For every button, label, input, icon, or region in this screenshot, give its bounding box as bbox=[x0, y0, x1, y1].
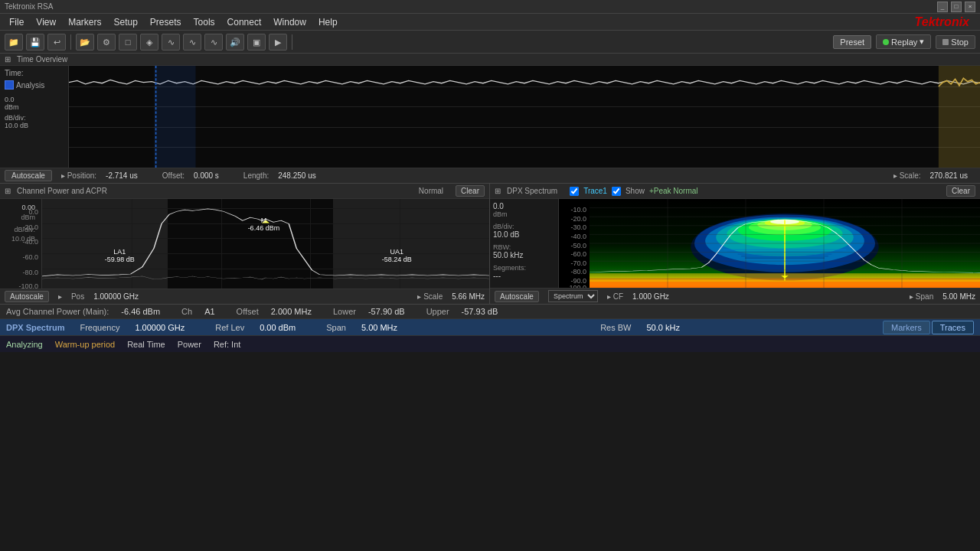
autoscale-overview-button[interactable]: Autoscale bbox=[5, 170, 52, 181]
ch-label: Ch bbox=[181, 307, 192, 316]
close-button[interactable]: × bbox=[965, 2, 975, 12]
stop-button[interactable]: Stop bbox=[936, 35, 975, 49]
right-cf-label: ▸ CF bbox=[607, 292, 623, 301]
res-bw-value: 50.0 kHz bbox=[647, 323, 680, 332]
analysis-label: Analysis bbox=[5, 80, 64, 90]
replay-chevron-icon: ▾ bbox=[920, 37, 924, 47]
dbdiv-value: 10.0 dB bbox=[5, 122, 64, 129]
y-label-20: -20.0 bbox=[22, 223, 38, 231]
lower-value: -57.90 dB bbox=[368, 307, 405, 316]
toolbar-marker-icon[interactable]: ◈ bbox=[140, 34, 158, 51]
dpx-spectrum-svg bbox=[590, 199, 980, 288]
left-chart[interactable]: LA1 -59.98 dB M -6.46 dBm UA1 -58.24 dB bbox=[42, 199, 489, 289]
menu-file[interactable]: File bbox=[3, 15, 30, 29]
status-bar: DPX Spectrum Frequency 1.00000 GHz Ref L… bbox=[0, 318, 980, 335]
show-checkbox[interactable] bbox=[612, 187, 621, 196]
autoscale-right-button[interactable]: Autoscale bbox=[495, 291, 539, 302]
right-config: 0.0 dBm dB/div: 10.0 dB RBW: 50.0 kHz Se… bbox=[490, 199, 559, 288]
menu-setup[interactable]: Setup bbox=[107, 15, 143, 29]
toolbar-open-icon[interactable]: 📂 bbox=[76, 34, 94, 51]
toolbar-box-icon[interactable]: ▣ bbox=[247, 34, 266, 51]
menu-window[interactable]: Window bbox=[267, 15, 312, 29]
replay-button[interactable]: Replay ▾ bbox=[876, 34, 931, 49]
right-span-value: 5.00 MHz bbox=[942, 292, 975, 301]
left-scale-value: 5.66 MHz bbox=[452, 292, 485, 301]
menu-connect[interactable]: Connect bbox=[221, 15, 268, 29]
offset-label: Offset: bbox=[162, 171, 185, 180]
bottom-panels: ⊞ Channel Power and ACPR Normal Clear 0.… bbox=[0, 184, 980, 304]
left-pos-indicator: ▸ bbox=[58, 292, 62, 301]
scale-value: 270.821 us bbox=[930, 171, 969, 180]
y-label-80: -80.0 bbox=[22, 269, 38, 276]
preset-button[interactable]: Preset bbox=[833, 35, 871, 49]
svg-rect-2 bbox=[154, 66, 195, 168]
menu-presets[interactable]: Presets bbox=[144, 15, 188, 29]
minimize-button[interactable]: _ bbox=[937, 2, 948, 12]
freq-value: 1.00000 GHz bbox=[135, 323, 185, 332]
menu-tools[interactable]: Tools bbox=[188, 15, 221, 29]
ref-lev-label: Ref Lev bbox=[215, 323, 244, 332]
right-panel-clear-button[interactable]: Clear bbox=[946, 185, 975, 197]
maximize-button[interactable]: □ bbox=[951, 2, 962, 12]
db-ref: 0.0 bbox=[5, 96, 64, 103]
left-panel-bottom: Autoscale ▸ Pos 1.00000 GHz ▸ Scale 5.66… bbox=[0, 289, 489, 304]
toolbar-undo-icon[interactable]: ↩ bbox=[47, 34, 66, 51]
toolbar-save-icon[interactable]: 💾 bbox=[26, 34, 44, 51]
overview-title: Time Overview bbox=[17, 55, 67, 64]
menu-bar: File View Markers Setup Presets Tools Co… bbox=[0, 14, 980, 31]
y-label-40: -40.0 bbox=[22, 238, 38, 246]
avg-power-label: Avg Channel Power (Main): bbox=[6, 307, 109, 316]
dbdiv-label: dB/div: bbox=[5, 114, 64, 122]
menu-markers[interactable]: Markers bbox=[62, 15, 107, 29]
right-y-axis: -10.0 -20.0 -30.0 -40.0 -50.0 -60.0 -70.… bbox=[559, 199, 590, 288]
tektronix-logo: Tektronix bbox=[915, 15, 977, 29]
power-label: Power bbox=[178, 340, 201, 349]
cfg-db-ref: 0.0 dBm bbox=[493, 202, 555, 218]
ch-value: A1 bbox=[204, 307, 214, 316]
right-chart[interactable]: -10.0 -20.0 -30.0 -40.0 -50.0 -60.0 -70.… bbox=[559, 199, 980, 288]
left-axes: 0.00 dBm dB/div: 10.0 dB 0.0 -20.0 -40.0… bbox=[0, 199, 42, 289]
toolbar-play-icon[interactable]: ▶ bbox=[269, 34, 287, 51]
right-panel-icon: ⊞ bbox=[495, 187, 501, 195]
toolbar-measure-icon[interactable]: □ bbox=[119, 34, 137, 51]
overview-chart[interactable] bbox=[69, 66, 980, 168]
toolbar-volume-icon[interactable]: 🔊 bbox=[226, 34, 244, 51]
overview-left: Time: Analysis 0.0 dBm dB/div: 10.0 dB bbox=[0, 66, 69, 168]
right-panel-body: 0.0 dBm dB/div: 10.0 dB RBW: 50.0 kHz Se… bbox=[490, 199, 980, 288]
markers-button[interactable]: Markers bbox=[883, 321, 930, 334]
traces-button[interactable]: Traces bbox=[932, 321, 974, 334]
left-pos-label: Pos bbox=[71, 292, 84, 301]
trace1-checkbox[interactable] bbox=[570, 187, 579, 196]
left-panel-clear-button[interactable]: Clear bbox=[456, 185, 485, 197]
toolbar-folder-icon[interactable]: 📁 bbox=[5, 34, 23, 51]
autoscale-left-button[interactable]: Autoscale bbox=[5, 291, 49, 302]
cfg-dbdiv: dB/div: 10.0 dB bbox=[493, 223, 555, 239]
toolbar-settings-icon[interactable]: ⚙ bbox=[97, 34, 116, 51]
left-panel-icon: ⊞ bbox=[5, 187, 11, 195]
length-value: 248.250 us bbox=[278, 171, 316, 180]
ref-lev-value: 0.00 dBm bbox=[260, 323, 296, 332]
menu-view[interactable]: View bbox=[30, 15, 62, 29]
span-label-status: Span bbox=[326, 323, 346, 332]
toolbar-wave3-icon[interactable]: ∿ bbox=[204, 34, 223, 51]
scale-label: ▸ Scale: bbox=[893, 171, 921, 180]
freq-label: Frequency bbox=[80, 323, 119, 332]
toolbar: 📁 💾 ↩ 📂 ⚙ □ ◈ ∿ ∿ ∿ 🔊 ▣ ▶ Preset Replay … bbox=[0, 31, 980, 54]
analysis-checkbox[interactable] bbox=[5, 80, 14, 90]
cfg-segments: Segments: --- bbox=[493, 264, 555, 280]
cfg-rbw: RBW: 50.0 kHz bbox=[493, 243, 555, 259]
menu-help[interactable]: Help bbox=[312, 15, 344, 29]
offset-value: 2.000 MHz bbox=[271, 307, 312, 316]
overview-panel: ⊞ Time Overview Time: Analysis 0.0 dBm d… bbox=[0, 54, 980, 184]
overview-icon: ⊞ bbox=[5, 55, 11, 64]
title-text: Tektronix RSA bbox=[5, 2, 53, 11]
db-unit: dBm bbox=[5, 103, 64, 111]
toolbar-wave1-icon[interactable]: ∿ bbox=[162, 34, 180, 51]
toolbar-wave2-icon[interactable]: ∿ bbox=[183, 34, 201, 51]
spectrum-dropdown[interactable]: Spectrum bbox=[548, 290, 598, 302]
length-label: Length: bbox=[243, 171, 269, 180]
stop-label: Stop bbox=[951, 37, 969, 47]
y-label-0: 0.0 bbox=[28, 208, 38, 216]
offset-label: Offset bbox=[237, 307, 259, 316]
offset-value: 0.000 s bbox=[194, 171, 219, 180]
